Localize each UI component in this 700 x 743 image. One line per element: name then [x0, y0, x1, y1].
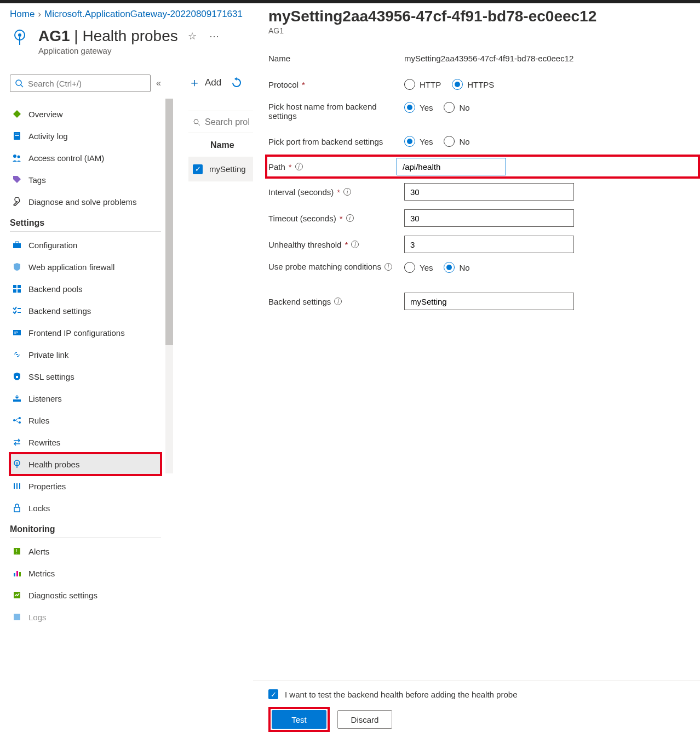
sidebar-item-waf[interactable]: Web application firewall — [10, 256, 161, 278]
svg-point-10 — [18, 156, 20, 158]
collapse-sidebar-button[interactable]: « — [156, 78, 161, 88]
sidebar-item-label: Activity log — [28, 132, 68, 141]
label-timeout: Timeout (seconds) * i — [268, 214, 400, 223]
svg-rect-13 — [13, 285, 16, 288]
add-button[interactable]: ＋ Add — [188, 75, 221, 91]
radio-pickhost-no[interactable]: No — [444, 102, 469, 113]
svg-rect-36 — [16, 571, 18, 576]
sidebar-item-configuration[interactable]: Configuration — [10, 234, 161, 256]
svg-rect-21 — [16, 376, 18, 378]
probe-detail-panel: mySetting2aa43956-47cf-4f91-bd78-ec0eec1… — [253, 3, 700, 743]
properties-icon — [12, 481, 22, 491]
sidebar-item-activity-log[interactable]: Activity log — [10, 125, 161, 147]
breadcrumb-home[interactable]: Home — [10, 9, 35, 20]
sidebar-item-alerts[interactable]: ! Alerts — [10, 540, 161, 562]
svg-rect-12 — [15, 242, 19, 243]
sidebar-search-input[interactable] — [28, 79, 146, 88]
info-icon[interactable]: i — [346, 214, 354, 222]
sidebar-item-tags[interactable]: Tags — [10, 169, 161, 191]
sidebar-item-overview[interactable]: Overview — [10, 103, 161, 125]
list-search[interactable] — [188, 111, 254, 133]
discard-button[interactable]: Discard — [337, 710, 392, 729]
sidebar-item-label: Rules — [28, 416, 49, 425]
svg-rect-22 — [13, 399, 21, 402]
probe-icon — [12, 459, 22, 469]
sidebar-item-locks[interactable]: Locks — [10, 497, 161, 519]
sidebar-item-diagnose[interactable]: Diagnose and solve problems — [10, 191, 161, 213]
list-search-input[interactable] — [205, 117, 249, 127]
svg-point-3 — [16, 80, 21, 85]
sidebar-item-logs[interactable]: Logs — [10, 606, 161, 628]
link-icon — [12, 350, 22, 359]
wrench-icon — [12, 197, 22, 207]
radio-pickport-no[interactable]: No — [444, 136, 469, 147]
svg-rect-7 — [15, 134, 19, 134]
svg-text:IP: IP — [14, 331, 18, 335]
more-button[interactable]: ⋯ — [206, 28, 222, 44]
input-unhealthy[interactable] — [404, 236, 574, 253]
info-icon[interactable]: i — [334, 298, 342, 305]
sidebar-item-backend-settings[interactable]: Backend settings — [10, 300, 161, 322]
panel-footer: ✓ I want to test the backend health befo… — [253, 680, 700, 743]
svg-rect-37 — [19, 572, 21, 576]
info-icon[interactable]: i — [351, 241, 359, 248]
svg-point-40 — [194, 119, 198, 124]
sidebar-item-backend-pools[interactable]: Backend pools — [10, 278, 161, 300]
sidebar-item-ssl[interactable]: SSL settings — [10, 365, 161, 387]
sidebar-item-frontend-ip[interactable]: IP Frontend IP configurations — [10, 322, 161, 344]
panel-subtitle: AG1 — [253, 25, 700, 45]
sidebar-item-listeners[interactable]: Listeners — [10, 387, 161, 409]
value-name: mySetting2aa43956-47cf-4f91-bd78-ec0eec1… — [404, 54, 700, 63]
sidebar-item-health-probes[interactable]: Health probes — [10, 453, 161, 475]
sidebar-item-rewrites[interactable]: Rewrites — [10, 431, 161, 453]
favorite-button[interactable]: ☆ — [185, 28, 200, 44]
row-checkbox[interactable]: ✓ — [193, 164, 203, 174]
test-button[interactable]: Test — [272, 710, 326, 729]
sidebar-group-monitoring: Monitoring — [10, 519, 161, 538]
radio-http[interactable]: HTTP — [404, 79, 441, 90]
tag-icon — [12, 175, 22, 185]
sidebar-item-label: Rewrites — [28, 438, 60, 447]
info-icon[interactable]: i — [343, 188, 351, 196]
refresh-button[interactable] — [231, 77, 242, 88]
logs-icon — [12, 612, 22, 622]
sidebar-item-properties[interactable]: Properties — [10, 475, 161, 497]
label-path: Path * i — [268, 162, 397, 172]
svg-rect-8 — [15, 135, 19, 136]
page-subtitle: Application gateway — [38, 46, 222, 55]
select-backend[interactable] — [404, 293, 574, 310]
sidebar-item-label: Access control (IAM) — [28, 153, 104, 163]
sidebar-item-label: Private link — [28, 350, 68, 359]
list-row[interactable]: ✓ mySetting — [188, 157, 254, 181]
sidebar-item-label: SSL settings — [28, 372, 74, 381]
sidebar-item-diagnostic[interactable]: Diagnostic settings — [10, 584, 161, 606]
radio-match-yes[interactable]: Yes — [404, 262, 433, 273]
sidebar-item-label: Diagnose and solve problems — [28, 197, 137, 207]
radio-https[interactable]: HTTPS — [452, 79, 494, 90]
input-timeout[interactable] — [404, 209, 574, 227]
radio-match-no[interactable]: No — [444, 262, 469, 273]
ip-icon: IP — [12, 328, 22, 338]
list-header-name[interactable]: Name — [188, 133, 254, 157]
info-icon[interactable]: i — [385, 263, 392, 271]
input-interval[interactable] — [404, 183, 574, 201]
svg-line-41 — [198, 123, 200, 125]
svg-rect-14 — [18, 285, 21, 288]
breadcrumb-resource[interactable]: Microsoft.ApplicationGateway-20220809171… — [44, 9, 243, 20]
radio-pickport-yes[interactable]: Yes — [404, 136, 433, 147]
sidebar-item-private-link[interactable]: Private link — [10, 344, 161, 365]
sidebar-search[interactable] — [10, 75, 151, 92]
sidebar-item-label: Properties — [28, 482, 66, 491]
sidebar-item-label: Logs — [28, 613, 47, 622]
sidebar-item-metrics[interactable]: Metrics — [10, 562, 161, 584]
sidebar-item-access-control[interactable]: Access control (IAM) — [10, 147, 161, 169]
test-checkbox[interactable]: ✓ — [268, 689, 278, 699]
label-name: Name — [268, 54, 400, 63]
input-path[interactable] — [397, 158, 506, 175]
sidebar-item-label: Metrics — [28, 569, 55, 578]
probes-list: Name ✓ mySetting — [188, 111, 254, 181]
radio-pickhost-yes[interactable]: Yes — [404, 102, 433, 113]
svg-rect-11 — [13, 243, 21, 248]
sidebar-item-rules[interactable]: Rules — [10, 409, 161, 431]
info-icon[interactable]: i — [295, 163, 303, 170]
